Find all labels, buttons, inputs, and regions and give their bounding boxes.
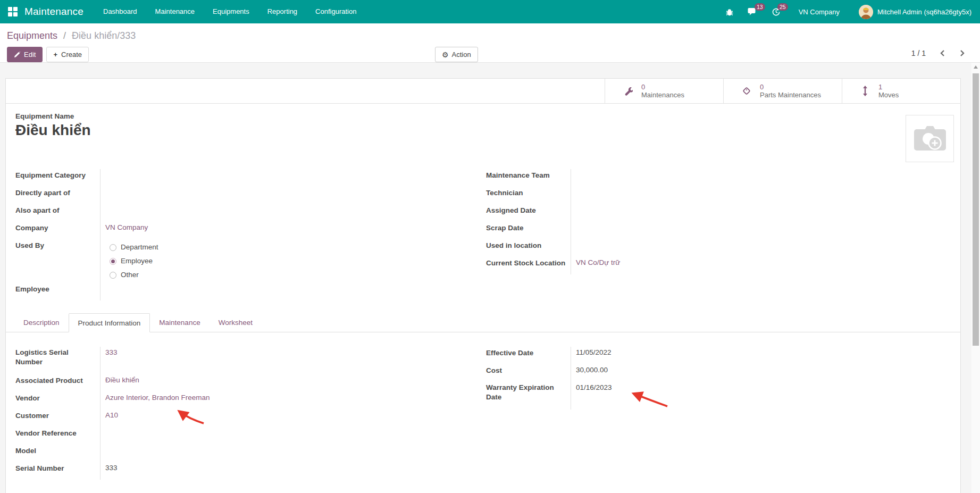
equipment-name-label: Equipment Name bbox=[15, 112, 91, 120]
associated-product-value-link[interactable]: Điều khiển bbox=[100, 374, 139, 386]
logistics-serial-value-link[interactable]: 333 bbox=[100, 347, 118, 358]
also-apart-value[interactable] bbox=[100, 204, 105, 206]
maintenance-team-value[interactable] bbox=[571, 169, 576, 171]
field-assigned-date: Assigned Date bbox=[486, 204, 951, 222]
tab-product-information[interactable]: Product Information bbox=[69, 313, 150, 332]
breadcrumb: Equipments / Điều khiển/333 bbox=[0, 23, 980, 41]
radio-department[interactable]: Department bbox=[105, 240, 158, 254]
form-sheet: 0 Maintenances 0 Parts Maintenances bbox=[5, 78, 961, 493]
scrollbar-up-icon[interactable] bbox=[971, 63, 980, 71]
associated-product-label: Associated Product bbox=[15, 376, 83, 386]
stat-button-moves[interactable]: 1 Moves bbox=[842, 79, 960, 103]
scrollbar-thumb[interactable] bbox=[973, 73, 979, 346]
vertical-scrollbar[interactable] bbox=[971, 63, 980, 493]
used-by-label: Used By bbox=[15, 241, 44, 250]
stat-button-maintenances[interactable]: 0 Maintenances bbox=[605, 79, 723, 103]
effective-date-label: Effective Date bbox=[486, 348, 533, 358]
action-button[interactable]: ⚙ Action bbox=[435, 47, 478, 62]
topbar-right: 13 25 VN Company Mitchell Admin (sq6ha26… bbox=[711, 5, 980, 19]
field-serial-number: Serial Number 333 bbox=[15, 462, 476, 480]
company-switcher[interactable]: VN Company bbox=[799, 8, 840, 16]
bug-icon[interactable] bbox=[725, 7, 734, 16]
stat-button-box: 0 Maintenances 0 Parts Maintenances bbox=[6, 79, 960, 104]
messages-count-badge: 13 bbox=[755, 3, 765, 11]
pager-previous-icon[interactable] bbox=[940, 49, 945, 57]
parts-maintenances-count: 0 bbox=[760, 83, 821, 91]
general-left-column: Equipment Category Directly apart of Als… bbox=[15, 169, 476, 300]
product-left-column: Logistics Serial Number 333 Associated P… bbox=[15, 347, 476, 480]
field-customer: Customer A10 bbox=[15, 410, 476, 427]
directly-apart-value[interactable] bbox=[100, 187, 105, 189]
radio-department-label: Department bbox=[121, 243, 158, 252]
maintenances-label: Maintenances bbox=[641, 91, 684, 99]
pager: 1 / 1 bbox=[911, 49, 965, 57]
field-technician: Technician bbox=[486, 187, 951, 204]
assigned-date-value[interactable] bbox=[571, 204, 576, 206]
activities-icon[interactable]: 25 bbox=[772, 7, 781, 16]
equipment-name: Điều khiển bbox=[15, 122, 91, 139]
cost-value[interactable]: 30,000.00 bbox=[571, 364, 608, 376]
edit-button[interactable]: Edit bbox=[7, 47, 43, 62]
used-in-location-value[interactable] bbox=[571, 239, 576, 241]
apps-menu-icon[interactable] bbox=[8, 7, 18, 16]
used-in-location-label: Used in location bbox=[486, 241, 541, 250]
radio-other-circle[interactable] bbox=[110, 272, 116, 279]
pager-next-icon[interactable] bbox=[959, 49, 965, 57]
customer-value-link[interactable]: A10 bbox=[100, 410, 118, 421]
stat-button-parts-maintenances[interactable]: 0 Parts Maintenances bbox=[723, 79, 842, 103]
technician-value[interactable] bbox=[571, 187, 576, 189]
app-title[interactable]: Maintenance bbox=[24, 6, 83, 18]
tab-bar: Description Product Information Maintena… bbox=[6, 313, 960, 332]
tab-worksheet[interactable]: Worksheet bbox=[210, 313, 262, 332]
field-used-by: Used By Department Employee Other bbox=[15, 239, 476, 283]
breadcrumb-equipments[interactable]: Equipments bbox=[7, 30, 57, 41]
top-navbar: Maintenance Dashboard Maintenance Equipm… bbox=[0, 0, 980, 23]
plus-icon: + bbox=[53, 51, 57, 59]
menu-configuration[interactable]: Configuration bbox=[306, 0, 365, 23]
current-stock-location-value-link[interactable]: VN Co/Dự trữ bbox=[571, 257, 620, 269]
menu-dashboard[interactable]: Dashboard bbox=[94, 0, 146, 23]
field-employee: Employee bbox=[15, 283, 476, 300]
equipment-image-uploader[interactable] bbox=[906, 115, 954, 162]
radio-other[interactable]: Other bbox=[105, 268, 158, 282]
product-info-grid: Logistics Serial Number 333 Associated P… bbox=[15, 347, 951, 480]
vendor-reference-value[interactable] bbox=[100, 427, 105, 429]
notebook: Description Product Information Maintena… bbox=[6, 313, 960, 480]
company-value-link[interactable]: VN Company bbox=[100, 222, 148, 233]
menu-reporting[interactable]: Reporting bbox=[258, 0, 306, 23]
field-vendor-reference: Vendor Reference bbox=[15, 427, 476, 445]
breadcrumb-separator: / bbox=[63, 30, 66, 41]
breadcrumb-current: Điều khiển/333 bbox=[72, 30, 136, 41]
tab-maintenance[interactable]: Maintenance bbox=[150, 313, 209, 332]
warranty-expiration-value[interactable]: 01/16/2023 bbox=[571, 382, 612, 394]
field-warranty-expiration-date: Warranty Expiration Date 01/16/2023 bbox=[486, 382, 951, 410]
also-apart-label: Also apart of bbox=[15, 206, 60, 215]
create-button[interactable]: + Create bbox=[46, 47, 89, 62]
field-directly-apart-of: Directly apart of bbox=[15, 187, 476, 204]
menu-maintenance[interactable]: Maintenance bbox=[146, 0, 204, 23]
user-menu[interactable]: Mitchell Admin (sq6ha26gty5x) bbox=[877, 8, 971, 16]
warranty-expiration-label: Warranty Expiration Date bbox=[486, 383, 554, 402]
user-avatar[interactable] bbox=[859, 5, 873, 19]
serial-number-value[interactable]: 333 bbox=[100, 462, 118, 474]
messages-icon[interactable]: 13 bbox=[748, 7, 758, 16]
scrap-date-value[interactable] bbox=[571, 222, 576, 224]
control-panel: Equipments / Điều khiển/333 Edit + Creat… bbox=[0, 23, 980, 63]
effective-date-value[interactable]: 11/05/2022 bbox=[571, 347, 612, 358]
general-info-grid: Equipment Category Directly apart of Als… bbox=[15, 169, 951, 300]
menu-equipments[interactable]: Equipments bbox=[204, 0, 258, 23]
vendor-value-link[interactable]: Azure Interior, Brandon Freeman bbox=[100, 392, 210, 404]
directly-apart-label: Directly apart of bbox=[15, 188, 70, 198]
radio-department-circle[interactable] bbox=[110, 244, 116, 251]
model-value[interactable] bbox=[100, 445, 105, 447]
radio-employee[interactable]: Employee bbox=[105, 254, 158, 268]
tab-description[interactable]: Description bbox=[14, 313, 69, 332]
radio-employee-circle[interactable] bbox=[110, 258, 116, 265]
field-logistics-serial-number: Logistics Serial Number 333 bbox=[15, 347, 476, 374]
scrap-date-label: Scrap Date bbox=[486, 223, 524, 233]
tab-content-product-information: Logistics Serial Number 333 Associated P… bbox=[6, 332, 960, 480]
company-label: Company bbox=[15, 223, 48, 233]
model-label: Model bbox=[15, 446, 36, 456]
equipment-category-value[interactable] bbox=[100, 169, 105, 171]
employee-value[interactable] bbox=[100, 283, 105, 285]
